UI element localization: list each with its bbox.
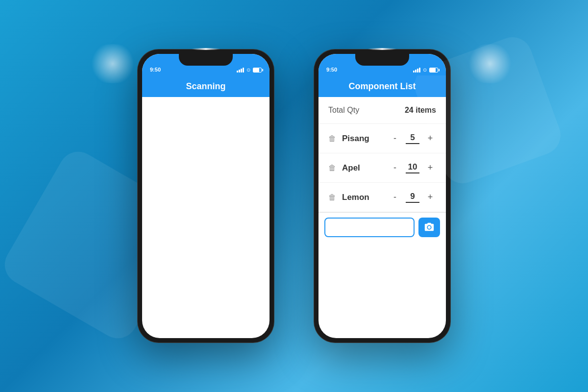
lemon-qty-value: 9	[406, 192, 419, 203]
delete-pisang-icon[interactable]: 🗑	[328, 134, 336, 143]
list-item-lemon: 🗑 Lemon - 9 +	[318, 183, 446, 212]
light-spot-right	[461, 44, 519, 83]
list-item-pisang: 🗑 Pisang - 5 +	[318, 124, 446, 153]
pisang-qty-value: 5	[406, 133, 419, 144]
camera-icon	[424, 222, 435, 233]
lemon-minus-button[interactable]: -	[389, 192, 401, 202]
delete-lemon-icon[interactable]: 🗑	[328, 193, 336, 202]
delete-apel-icon[interactable]: 🗑	[328, 164, 336, 172]
apel-plus-button[interactable]: +	[424, 163, 436, 173]
list-app-bar: Component List	[318, 75, 446, 97]
apel-qty-value: 10	[406, 162, 419, 173]
lemon-name: Lemon	[342, 193, 383, 202]
total-qty-label: Total Qty	[328, 106, 359, 115]
lemon-qty-controls: - 9 +	[389, 192, 436, 203]
list-title: Component List	[349, 81, 416, 92]
camera-button[interactable]	[418, 218, 440, 237]
signal-icon	[237, 68, 244, 73]
notch-left	[179, 54, 233, 66]
light-spot-left	[83, 44, 142, 83]
pisang-qty-controls: - 5 +	[389, 133, 436, 144]
list-wifi-icon: ⊙	[423, 67, 427, 73]
lemon-plus-button[interactable]: +	[424, 192, 436, 202]
apel-name: Apel	[342, 163, 383, 173]
scanning-app-bar: Scanning	[142, 75, 270, 97]
list-item-apel: 🗑 Apel - 10 +	[318, 153, 446, 183]
apel-qty-controls: - 10 +	[389, 162, 436, 173]
list-signal-icon	[413, 68, 420, 73]
notch-right	[355, 54, 409, 66]
wifi-icon: ⊙	[246, 67, 250, 73]
pisang-name: Pisang	[342, 134, 383, 144]
list-content: Total Qty 24 items 🗑 Pisang - 5 + 🗑 Apel…	[318, 97, 446, 242]
scanning-time: 9:50	[150, 67, 161, 73]
scanning-status-icons: ⊙	[237, 67, 262, 73]
bottom-scan-bar	[318, 212, 446, 242]
list-status-icons: ⊙	[413, 67, 438, 73]
component-list-phone: 9:50 ⊙ Component List Tota	[314, 49, 451, 343]
battery-icon	[253, 68, 262, 73]
scanning-phone: 9:50 ⊙ Scanning	[137, 49, 274, 343]
pisang-minus-button[interactable]: -	[389, 133, 401, 144]
scanning-title: Scanning	[186, 81, 225, 92]
total-qty-value: 24 items	[405, 106, 436, 115]
list-battery-icon	[429, 68, 438, 73]
list-time: 9:50	[326, 67, 337, 73]
pisang-plus-button[interactable]: +	[424, 133, 436, 144]
total-qty-row: Total Qty 24 items	[318, 97, 446, 124]
scan-barcode-input[interactable]	[324, 218, 415, 237]
apel-minus-button[interactable]: -	[389, 163, 401, 173]
